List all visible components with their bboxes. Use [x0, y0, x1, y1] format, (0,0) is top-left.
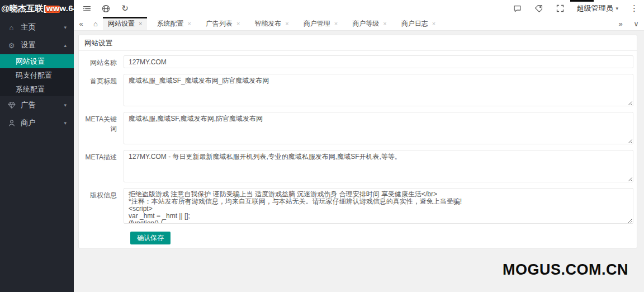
tab-label: 智能发布: [254, 19, 281, 29]
tab-system-config[interactable]: 系统配置 ×: [151, 17, 196, 30]
tabs-menu-icon[interactable]: ∨: [628, 17, 644, 30]
form-row: 网站名称: [83, 55, 633, 68]
tab-merchant-log[interactable]: 商户日志 ×: [396, 17, 441, 30]
menu-collapse-icon[interactable]: [82, 4, 92, 13]
close-icon[interactable]: ×: [187, 20, 191, 27]
tab-merchant-manage[interactable]: 商户管理 ×: [299, 17, 343, 30]
gem-icon: [7, 101, 16, 109]
form-row: 版权信息 拒绝盗版游戏 注意自我保护 谨防受骗上当 适度游戏益脑 沉迷游戏伤身 …: [83, 188, 633, 224]
sidebar-item-settings[interactable]: ⚙ 设置 ▴: [0, 36, 74, 54]
dark-artifact-bar: [570, 0, 594, 2]
tab-home-icon[interactable]: ⌂: [88, 17, 103, 30]
tab-label: 商户等级: [352, 19, 379, 29]
tabs-scroll-left-icon[interactable]: «: [74, 17, 88, 30]
site-name-input[interactable]: [124, 55, 633, 68]
gear-icon: ⚙: [7, 41, 16, 50]
fullscreen-icon[interactable]: [555, 4, 565, 13]
close-icon[interactable]: ×: [139, 20, 142, 27]
footer-brand-text: MOGUS.COM.CN: [503, 261, 628, 279]
chevron-down-icon: ▾: [64, 120, 67, 126]
tab-label: 商户日志: [401, 19, 428, 29]
chevron-down-icon: ▾: [64, 25, 67, 30]
field-label-copyright: 版权信息: [83, 188, 124, 200]
field-control: 127MY.COM - 每日更新最新魔域私服开机列表,专业的魔域私服发布网,魔域…: [124, 150, 633, 182]
sidebar-item-label: 设置: [21, 40, 36, 50]
sidebar-item-label: 主页: [21, 22, 36, 32]
tabs-scroll-right-icon[interactable]: »: [613, 17, 628, 30]
tab-ad-list[interactable]: 广告列表 ×: [201, 17, 245, 30]
user-icon: [7, 119, 16, 127]
sidebar-item-label: 商户: [21, 118, 36, 128]
field-control: 魔域私服,魔域SF,魔域发布网,防官魔域发布网: [124, 112, 633, 144]
settings-form: 网站名称 首页标题 魔域私服_魔域SF_魔域发布网_防官魔域发布网 META关键…: [79, 51, 637, 244]
button-row: 确认保存: [130, 232, 633, 244]
close-icon[interactable]: ×: [285, 20, 288, 27]
chevron-up-icon: ▴: [64, 43, 67, 48]
sidebar-item-label: 广告: [21, 100, 36, 110]
settings-card: 网站设置 网站名称 首页标题 魔域私服_魔域SF_魔域发布网_防官魔域发布网 M…: [78, 35, 637, 248]
content-area: 网站设置 网站名称 首页标题 魔域私服_魔域SF_魔域发布网_防官魔域发布网 M…: [74, 31, 644, 292]
save-button[interactable]: 确认保存: [130, 232, 171, 244]
sidebar: @晓杰互联[www.649r 蘑菇工作室 V1.0 ⌂ 主页 ▾ ⚙ 设置 ▴ …: [0, 0, 74, 292]
caret-down-icon: ▾: [615, 6, 618, 11]
more-vertical-icon[interactable]: ⋮: [630, 3, 638, 13]
tabbar: « ⌂ 网站设置 × 系统配置 × 广告列表 × 智能发布 × 商户管理 × 商…: [74, 17, 644, 31]
topbar-left-icons: ↻: [74, 4, 130, 13]
sidebar-item-codepay-config[interactable]: 码支付配置: [0, 68, 74, 82]
chevron-down-icon: ▾: [64, 102, 67, 108]
meta-description-textarea[interactable]: 127MY.COM - 每日更新最新魔域私服开机列表,专业的魔域私服发布网,魔域…: [124, 150, 633, 182]
page-title: 网站设置: [79, 35, 637, 51]
form-row: META描述 127MY.COM - 每日更新最新魔域私服开机列表,专业的魔域私…: [83, 150, 633, 182]
watermark-text: @晓杰互联[www.649r: [1, 3, 74, 14]
field-label-site-name: 网站名称: [83, 55, 124, 68]
active-tab-indicator: [103, 17, 147, 18]
sidebar-menu: ⌂ 主页 ▾ ⚙ 设置 ▴ 网站设置 码支付配置 系统配置: [0, 18, 74, 132]
tabbar-right-controls: » ∨: [613, 17, 644, 30]
close-icon[interactable]: ×: [383, 20, 386, 27]
sidebar-item-system-config[interactable]: 系统配置: [0, 82, 74, 96]
tab-label: 广告列表: [206, 19, 233, 29]
copyright-textarea[interactable]: 拒绝盗版游戏 注意自我保护 谨防受骗上当 适度游戏益脑 沉迷游戏伤身 合理安排时…: [124, 188, 633, 224]
admin-screen: @晓杰互联[www.649r 蘑菇工作室 V1.0 ⌂ 主页 ▾ ⚙ 设置 ▴ …: [0, 0, 644, 292]
user-name: 超级管理员: [576, 3, 613, 13]
home-icon: ⌂: [7, 23, 16, 32]
tab-label: 系统配置: [157, 19, 183, 29]
globe-icon[interactable]: [101, 4, 111, 13]
tab-merchant-level[interactable]: 商户等级 ×: [347, 17, 391, 30]
sidebar-item-merchant[interactable]: 商户 ▾: [0, 114, 74, 132]
home-title-textarea[interactable]: 魔域私服_魔域SF_魔域发布网_防官魔域发布网: [124, 74, 633, 106]
close-icon[interactable]: ×: [236, 20, 240, 27]
meta-keywords-textarea[interactable]: 魔域私服,魔域SF,魔域发布网,防官魔域发布网: [124, 112, 633, 144]
tab-site-settings[interactable]: 网站设置 ×: [103, 17, 147, 30]
tag-icon[interactable]: [534, 4, 543, 13]
field-label-meta-description: META描述: [83, 150, 124, 162]
field-control: [124, 55, 633, 68]
close-icon[interactable]: ×: [432, 20, 435, 27]
tab-label: 商户管理: [304, 19, 330, 29]
sidebar-item-ads[interactable]: 广告 ▾: [0, 96, 74, 114]
topbar: ↻ 超级管理员 ▾: [74, 0, 644, 17]
field-label-home-title: 首页标题: [83, 74, 124, 86]
field-label-meta-keywords: META关键词: [83, 112, 124, 134]
close-icon[interactable]: ×: [334, 20, 338, 27]
message-bubble-icon[interactable]: [513, 4, 522, 13]
refresh-icon[interactable]: ↻: [120, 4, 130, 13]
user-menu[interactable]: 超级管理员 ▾: [576, 3, 618, 13]
form-row: META关键词 魔域私服,魔域SF,魔域发布网,防官魔域发布网: [83, 112, 633, 144]
field-control: 拒绝盗版游戏 注意自我保护 谨防受骗上当 适度游戏益脑 沉迷游戏伤身 合理安排时…: [124, 188, 633, 224]
tab-smart-publish[interactable]: 智能发布 ×: [249, 17, 293, 30]
topbar-right-icons: 超级管理员 ▾ ⋮: [513, 3, 644, 13]
field-control: 魔域私服_魔域SF_魔域发布网_防官魔域发布网: [124, 74, 633, 106]
tab-label: 网站设置: [108, 19, 135, 29]
form-row: 首页标题 魔域私服_魔域SF_魔域发布网_防官魔域发布网: [83, 74, 633, 106]
settings-submenu: 网站设置 码支付配置 系统配置: [0, 54, 74, 96]
sidebar-item-site-settings[interactable]: 网站设置: [0, 54, 74, 68]
sidebar-item-home[interactable]: ⌂ 主页 ▾: [0, 18, 74, 36]
